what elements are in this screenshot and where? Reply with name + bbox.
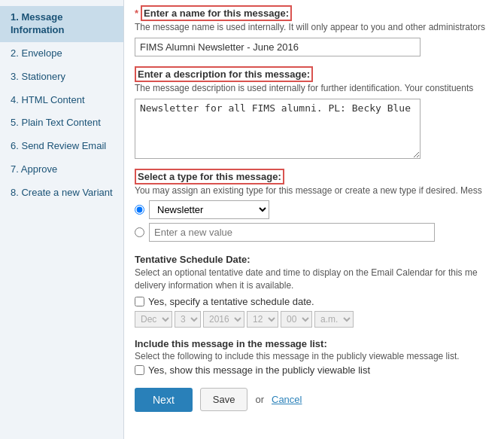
schedule-checkbox-row: Yes, specify a tentative schedule date. — [135, 296, 493, 307]
sidebar-item-number: 8. — [11, 187, 21, 198]
schedule-checkbox-label: Yes, specify a tentative schedule date. — [148, 296, 314, 307]
field-include-desc: Select the following to include this mes… — [135, 351, 493, 361]
field-name-label: *Enter a name for this message: — [135, 8, 493, 19]
sidebar-item-1[interactable]: 1. Message Information — [0, 6, 123, 42]
field-description-label: Enter a description for this message: — [135, 69, 493, 80]
main-content: *Enter a name for this message: The mess… — [124, 0, 504, 439]
footer-row: Next Save or Cancel — [135, 388, 493, 412]
field-schedule-section: Tentative Schedule Date: Select an optio… — [135, 254, 493, 328]
schedule-hour[interactable]: 12 — [247, 311, 278, 328]
type-dropdown[interactable]: Newsletter — [149, 200, 269, 219]
include-checkbox-label: Yes, show this message in the publicly v… — [148, 364, 370, 376]
schedule-month[interactable]: Dec — [135, 311, 172, 328]
type-new-value-input[interactable] — [149, 223, 435, 242]
radio-newsletter[interactable] — [135, 205, 144, 215]
schedule-ampm[interactable]: a.m. — [314, 311, 354, 328]
sidebar-item-number: 2. — [11, 47, 21, 59]
schedule-year[interactable]: 2016 — [203, 311, 244, 328]
schedule-checkbox[interactable] — [135, 297, 144, 306]
message-description-input[interactable]: Newsletter for all FIMS alumni. PL: Beck… — [135, 99, 421, 159]
sidebar-item-number: 6. — [11, 140, 21, 151]
save-button[interactable]: Save — [200, 388, 248, 411]
field-name-section: *Enter a name for this message: The mess… — [135, 8, 493, 56]
field-name-heading: Enter a name for this message: — [141, 5, 292, 21]
include-checkbox[interactable] — [135, 365, 144, 375]
sidebar-item-label: Stationery — [21, 71, 65, 82]
field-include-section: Include this message in the message list… — [135, 338, 493, 376]
sidebar-item-number: 7. — [11, 163, 21, 175]
sidebar-item-2[interactable]: 2. Envelope — [0, 42, 123, 66]
required-star: * — [135, 8, 138, 19]
message-name-input[interactable] — [135, 38, 421, 56]
field-type-heading: Select a type for this message: — [135, 169, 284, 184]
field-name-desc: The message name is used internally. It … — [135, 21, 493, 34]
type-radio-new-row — [135, 223, 493, 242]
footer-or: or — [255, 394, 264, 405]
schedule-day[interactable]: 3 — [175, 311, 201, 328]
field-description-section: Enter a description for this message: Th… — [135, 69, 493, 159]
sidebar-item-3[interactable]: 3. Stationery — [0, 66, 123, 89]
sidebar-item-7[interactable]: 7. Approve — [0, 158, 123, 181]
sidebar-item-number: 4. — [11, 94, 21, 105]
sidebar-item-label: Plain Text Content — [21, 117, 100, 128]
include-checkbox-row: Yes, show this message in the publicly v… — [135, 364, 493, 376]
field-type-desc: You may assign an existing type for this… — [135, 184, 493, 197]
field-schedule-label: Tentative Schedule Date: — [135, 254, 493, 265]
field-schedule-desc: Select an optional tentative date and ti… — [135, 267, 493, 292]
field-include-label: Include this message in the message list… — [135, 338, 493, 349]
field-description-desc: The message description is used internal… — [135, 82, 493, 95]
sidebar-item-label: Create a new Variant — [21, 187, 112, 198]
sidebar-item-label: Send Review Email — [21, 140, 106, 151]
next-button[interactable]: Next — [135, 388, 193, 412]
cancel-button[interactable]: Cancel — [272, 394, 302, 405]
sidebar-item-number: 3. — [11, 71, 21, 82]
type-radio-newsletter-row: Newsletter — [135, 200, 493, 219]
sidebar-item-5[interactable]: 5. Plain Text Content — [0, 111, 123, 135]
sidebar-item-number: 5. — [11, 117, 21, 128]
schedule-date-row: Dec 3 2016 12 00 a.m. — [135, 311, 493, 328]
field-type-label: Select a type for this message: — [135, 171, 493, 182]
sidebar: 1. Message Information 2. Envelope 3. St… — [0, 0, 124, 439]
field-type-section: Select a type for this message: You may … — [135, 171, 493, 242]
schedule-minute[interactable]: 00 — [281, 311, 312, 328]
sidebar-item-8[interactable]: 8. Create a new Variant — [0, 181, 123, 205]
sidebar-item-4[interactable]: 4. HTML Content — [0, 89, 123, 112]
field-description-heading: Enter a description for this message: — [135, 66, 313, 82]
radio-new-value[interactable] — [135, 227, 144, 237]
sidebar-item-label: Envelope — [21, 47, 62, 59]
sidebar-item-number: 1. — [11, 11, 21, 23]
sidebar-item-6[interactable]: 6. Send Review Email — [0, 135, 123, 158]
sidebar-item-label: Approve — [21, 163, 57, 175]
sidebar-item-label: HTML Content — [21, 94, 84, 105]
